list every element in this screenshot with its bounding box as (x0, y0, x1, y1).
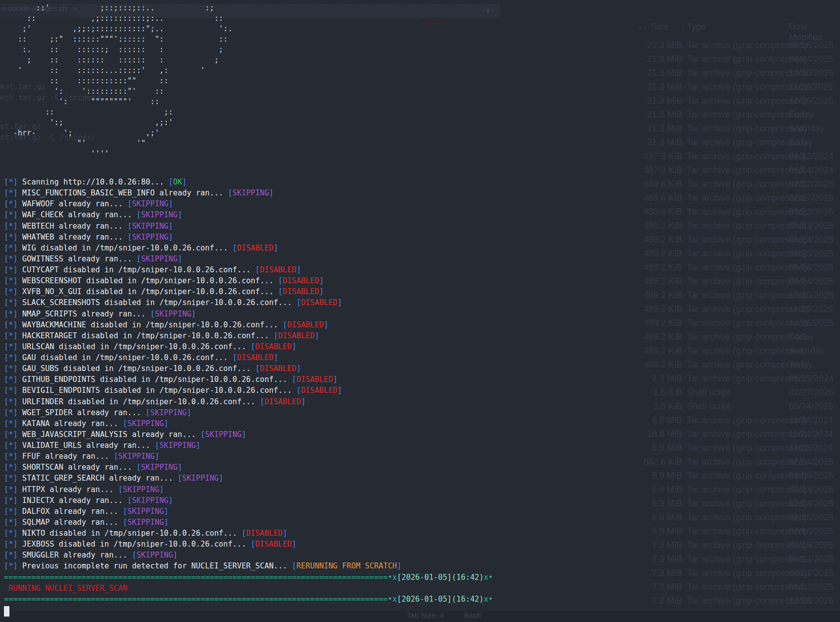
file-row: 6.9 MiBTar archive (gzip-compressed)11/2… (571, 441, 840, 455)
log-line: [*] MISC_FUNCTIONS_BASIC_WEB_INFO alread… (4, 187, 493, 198)
log-line: [*] JEXBOSS disabled in /tmp/sniper-10.0… (4, 539, 493, 550)
file-row: 487.3 KiBTar archive (gzip-compressed)06… (571, 149, 840, 163)
file-row: 7.2 MiBTar archive (gzip-compressed)12/2… (571, 594, 840, 608)
file-row: 489.2 KiBTar archive (gzip-compressed)05… (571, 233, 840, 247)
column-divider (683, 23, 684, 34)
file-row: 7.3 MiBTar archive (gzip-compressed)02/2… (571, 552, 840, 566)
file-row: 489.2 KiBTar archive (gzip-compressed)08… (571, 274, 840, 288)
file-row: 489.2 KiBTar archive (gzip-compressed)05… (571, 260, 840, 274)
file-row: 18.8 MiBTar archive (gzip-compressed)11/… (571, 427, 840, 441)
log-line: [*] SMUGGLER already ran... [SKIPPING] (4, 550, 493, 560)
chevron-down-icon: ▼ (485, 4, 491, 18)
file-row: 21.3 MiBTar archive (gzip-compressed)Sat… (571, 122, 840, 135)
terminal-scan-log: [*] Scanning http://10.0.0.26:80... [OK]… (4, 177, 493, 616)
log-line: [*] URLSCAN disabled in /tmp/sniper-10.0… (4, 341, 493, 352)
log-line: [*] INJECTX already ran... [SKIPPING] (4, 495, 493, 506)
file-row: 21.3 MiBTar archive (gzip-compressed)Tod… (571, 135, 840, 149)
log-line: [*] FFUF already ran... [SKIPPING] (4, 451, 493, 462)
log-line: [*] WEB_JAVASCRIPT_ANALYSIS already ran.… (4, 429, 493, 440)
log-line: [*] KATANA already ran... [SKIPPING] (4, 418, 493, 429)
log-line: [*] WEBSCREENSHOT disabled in /tmp/snipe… (4, 275, 493, 286)
separator-line: ========================================… (4, 594, 493, 605)
file-row: 21.3 MiBTar archive (gzip-compressed)Fri… (571, 108, 840, 122)
log-line: [*] WIG disabled in /tmp/sniper-10.0.0.2… (4, 243, 493, 253)
terminal-cursor (4, 606, 9, 617)
file-row: 2.3 MiBTar archive (gzip-compressed)06/2… (571, 372, 840, 385)
file-row: 6.9 MiBTar archive (gzip-compressed)02/1… (571, 524, 840, 538)
file-row: 7.3 MiBTar archive (gzip-compressed)02/1… (571, 538, 840, 552)
file-row: 6.9 MiBTar archive (gzip-compressed)02/0… (571, 469, 840, 483)
log-line: [*] SQLMAP already ran... [SKIPPING] (4, 517, 493, 528)
file-row: 489.6 KiBTar archive (gzip-compressed)02… (571, 191, 840, 205)
file-row: 489.2 KiBTar archive (gzip-compressed)05… (571, 247, 840, 260)
sniper-ascii-skull-banner: ::' ;::;:::;::.. :; :: ,;::::::::::;:.. … (4, 3, 232, 159)
column-header-type: Type (687, 22, 706, 35)
log-line: [*] GAU disabled in /tmp/sniper-10.0.0.2… (4, 352, 493, 363)
file-row: 7.3 MiBTar archive (gzip-compressed)03/0… (571, 566, 840, 580)
file-row: 489.2 KiBTar archive (gzip-compressed)05… (571, 219, 840, 233)
log-line: [*] SHORTSCAN already ran... [SKIPPING] (4, 462, 493, 473)
sniper-terminal-screen[interactable]: e-docker-images.sh× ▼ ▼ Size Type Date M… (0, 0, 840, 622)
file-row: 489.2 KiBTar archive (gzip-compressed)To… (571, 358, 840, 372)
log-line: [*] VALIDATE_URLS already ran... [SKIPPI… (4, 440, 493, 451)
file-row: 489.2 KiBTar archive (gzip-compressed)Sa… (571, 344, 840, 358)
file-row: 6.9 MiBTar archive (gzip-compressed)02/1… (571, 497, 840, 510)
column-divider (786, 23, 787, 34)
editor-red-underline (422, 22, 449, 24)
file-row: 21.3 MiBTar archive (gzip-compressed)05/… (571, 38, 840, 52)
log-line: [*] XVFB_NO_X_GUI disabled in /tmp/snipe… (4, 286, 493, 297)
file-row: 6.9 MiBTar archive (gzip-compressed)02/1… (571, 483, 840, 497)
log-line: [*] GOWITNESS already ran... [SKIPPING] (4, 253, 493, 264)
log-line: [*] URLFINDER disabled in /tmp/sniper-10… (4, 396, 493, 407)
log-line: [*] WAF_CHECK already ran... [SKIPPING] (4, 209, 493, 220)
running-status-line: RUNNING NUCLEI_SERVER_SCAN (4, 583, 493, 594)
log-line: [*] WEBTECH already ran... [SKIPPING] (4, 221, 493, 232)
sort-direction-icon: ▼ (638, 22, 643, 35)
log-line: [*] WHATWEB already ran... [SKIPPING] (4, 232, 493, 243)
separator-line: ========================================… (4, 572, 493, 583)
file-row: 489.2 KiBTar archive (gzip-compressed)11… (571, 302, 840, 316)
file-row: 21.3 MiBTar archive (gzip-compressed)08/… (571, 52, 840, 66)
log-line: [*] DALFOX already ran... [SKIPPING] (4, 506, 493, 517)
file-row: 487.3 KiBTar archive (gzip-compressed)06… (571, 163, 840, 177)
file-row: 1.3 KiBShell script05/24/2025 (571, 399, 840, 413)
log-line: [*] HACKERTARGET disabled in /tmp/sniper… (4, 330, 493, 341)
log-line: [*] GAU_SUBS disabled in /tmp/sniper-10.… (4, 363, 493, 374)
log-line: [*] Scanning http://10.0.0.26:80... [OK] (4, 177, 493, 187)
file-row: 21.3 MiBTar archive (gzip-compressed)12/… (571, 94, 840, 108)
file-row: 682.6 KiBTar archive (gzip-compressed)02… (571, 455, 840, 469)
log-line: [*] STATIC_GREP_SEARCH already ran... [S… (4, 473, 493, 484)
log-line: [*] GITHUB_ENDPOINTS disabled in /tmp/sn… (4, 374, 493, 385)
file-row: 21.3 MiBTar archive (gzip-compressed)11/… (571, 80, 840, 94)
column-header-size: Size (651, 22, 668, 35)
file-row: 6.9 MiBTar archive (gzip-compressed)02/1… (571, 510, 840, 524)
cursor-line (4, 605, 493, 616)
file-row: 489.2 KiBTar archive (gzip-compressed)12… (571, 316, 840, 330)
log-line: [*] WAYBACKMACHINE disabled in /tmp/snip… (4, 319, 493, 330)
log-line: [*] SLACK_SCREENSHOTS disabled in /tmp/s… (4, 297, 493, 308)
file-list: 21.3 MiBTar archive (gzip-compressed)05/… (571, 38, 840, 608)
log-line: [*] NIKTO disabled in /tmp/sniper-10.0.0… (4, 528, 493, 539)
file-row: 7.3 MiBTar archive (gzip-compressed)06/0… (571, 580, 840, 594)
file-row: 489.2 KiBTar archive (gzip-compressed)Fr… (571, 330, 840, 344)
log-line: [*] BEVIGIL_ENDPOINTS disabled in /tmp/s… (4, 385, 493, 396)
column-header-date-modified: Date Modified (789, 22, 840, 35)
file-row: 6.9 MiBTar archive (gzip-compressed)11/2… (571, 413, 840, 427)
file-row: 489.4 KiBTar archive (gzip-compressed)05… (571, 205, 840, 219)
file-row: 1.6 KiBShell script02/27/2025 (571, 385, 840, 399)
file-row: 489.6 KiBTar archive (gzip-compressed)02… (571, 177, 840, 191)
log-line: [*] WAFWOOF already ran... [SKIPPING] (4, 198, 493, 209)
log-line: [*] NMAP_SCRIPTS already ran... [SKIPPIN… (4, 309, 493, 319)
log-line: [*] CUTYCAPT disabled in /tmp/sniper-10.… (4, 264, 493, 275)
log-line: [*] Previous incomplete run detected for… (4, 560, 493, 571)
log-line: [*] HTTPX already ran... [SKIPPING] (4, 484, 493, 495)
file-row: 21.3 MiBTar archive (gzip-compressed)10/… (571, 66, 840, 80)
log-line: [*] WGET_SPIDER already ran... [SKIPPING… (4, 407, 493, 418)
file-row: 489.2 KiBTar archive (gzip-compressed)10… (571, 288, 840, 302)
